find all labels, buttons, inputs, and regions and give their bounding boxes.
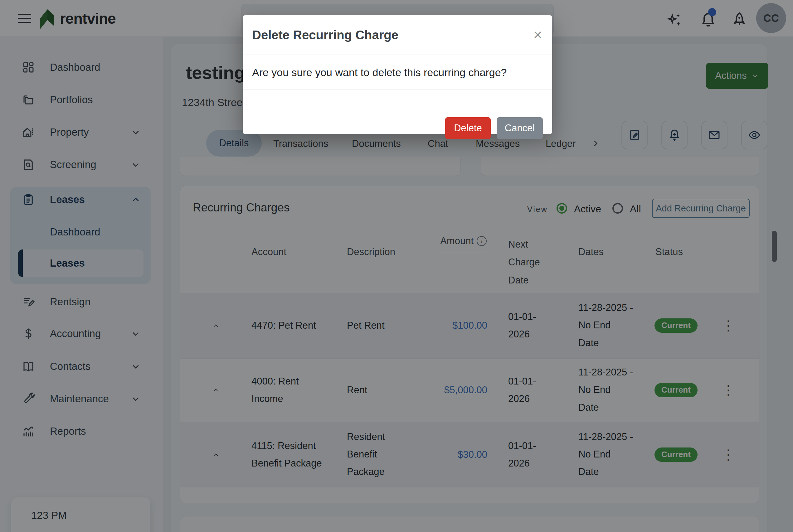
app-window: rentvine Search ⌘ K CC Dashboard Portfol… — [0, 0, 793, 532]
delete-recurring-charge-modal: Delete Recurring Charge × Are you sure y… — [243, 15, 552, 134]
modal-header: Delete Recurring Charge × — [243, 15, 552, 55]
cancel-button-label: Cancel — [505, 122, 535, 134]
modal-message: Are you sure you want to delete this rec… — [252, 66, 507, 78]
modal-body: Are you sure you want to delete this rec… — [243, 55, 552, 90]
modal-title: Delete Recurring Charge — [252, 28, 398, 42]
delete-button-label: Delete — [454, 122, 482, 134]
cancel-button[interactable]: Cancel — [497, 117, 543, 139]
close-icon[interactable]: × — [533, 27, 542, 42]
delete-button[interactable]: Delete — [445, 117, 491, 139]
